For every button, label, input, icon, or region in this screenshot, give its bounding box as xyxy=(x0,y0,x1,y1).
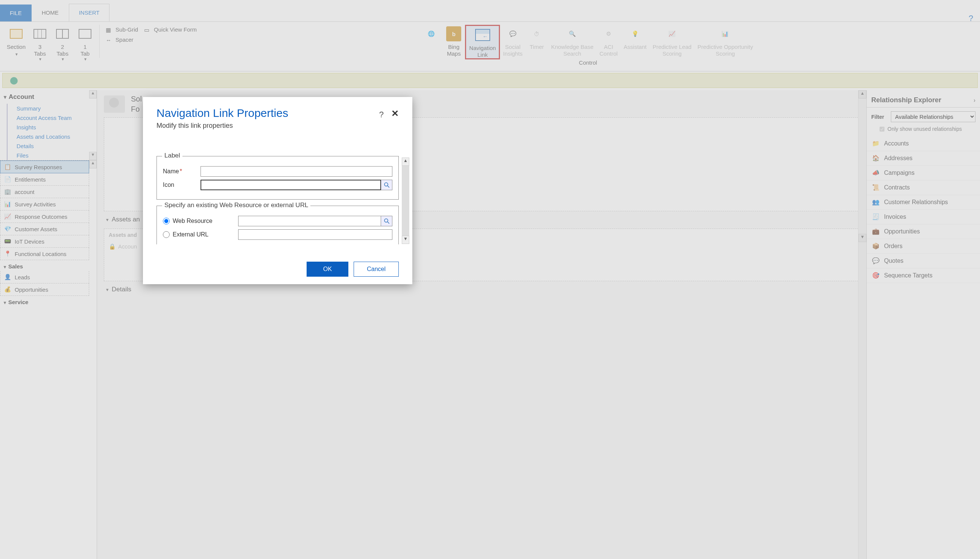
legend-resource: Specify an existing Web Resource or exte… xyxy=(162,202,310,209)
dialog-help-icon[interactable]: ? xyxy=(379,110,384,119)
dialog-scrollbar[interactable]: ▲ ▼ xyxy=(402,157,409,256)
webresource-lookup-button[interactable] xyxy=(381,216,392,226)
icon-lookup-button[interactable] xyxy=(381,180,392,190)
svg-point-2 xyxy=(385,219,388,222)
icon-input[interactable] xyxy=(201,180,381,190)
svg-point-0 xyxy=(385,183,388,186)
cancel-button[interactable]: Cancel xyxy=(354,261,399,277)
fieldset-label: Label Name* Icon xyxy=(156,156,399,200)
name-label: Name xyxy=(163,168,179,174)
dialog-scroll-up[interactable]: ▲ xyxy=(402,157,409,166)
svg-line-3 xyxy=(388,222,390,224)
dialog-subtitle: Modify this link properties xyxy=(156,122,399,130)
externalurl-input[interactable] xyxy=(238,229,392,240)
dialog-title: Navigation Link Properties xyxy=(156,107,399,119)
navlink-properties-dialog: Navigation Link Properties Modify this l… xyxy=(143,97,412,284)
webresource-input[interactable] xyxy=(238,216,381,226)
webresource-label: Web Resource xyxy=(172,218,212,225)
ok-button[interactable]: OK xyxy=(307,261,348,277)
dialog-scroll-down[interactable]: ▼ xyxy=(402,236,409,244)
icon-label: Icon xyxy=(163,182,201,189)
svg-line-1 xyxy=(388,186,390,188)
radio-webresource[interactable] xyxy=(163,218,170,225)
externalurl-label: External URL xyxy=(172,231,209,238)
dialog-close-icon[interactable]: ✕ xyxy=(391,108,399,119)
fieldset-resource: Specify an existing Web Resource or exte… xyxy=(156,206,399,244)
name-input[interactable] xyxy=(201,166,392,177)
radio-externalurl[interactable] xyxy=(163,231,170,238)
legend-label: Label xyxy=(162,152,182,159)
